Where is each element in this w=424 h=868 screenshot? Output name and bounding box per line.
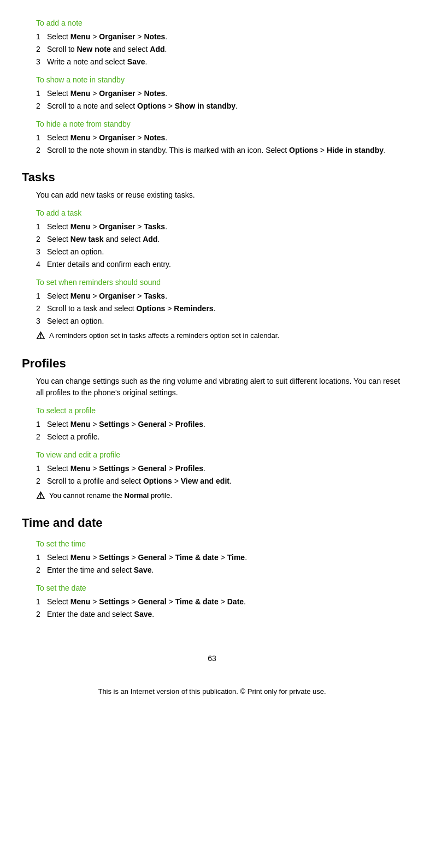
show-note-heading: To show a note in standby	[36, 74, 402, 86]
add-note-steps: 1Select Menu > Organiser > Notes. 2Scrol…	[36, 31, 402, 68]
page-number: 63	[22, 653, 402, 664]
step-item: 4Enter details and confirm each entry.	[36, 259, 402, 270]
hide-note-heading: To hide a note from standby	[36, 118, 402, 130]
step-item: 1Select Menu > Settings > General > Time…	[36, 596, 402, 608]
set-time-heading: To set the time	[36, 538, 402, 550]
add-note-heading: To add a note	[36, 17, 402, 29]
add-task-steps: 1Select Menu > Organiser > Tasks. 2Selec…	[36, 221, 402, 270]
time-date-section: Time and date To set the time 1Select Me…	[22, 514, 402, 620]
step-item: 1Select Menu > Organiser > Notes.	[36, 132, 402, 144]
set-time-steps: 1Select Menu > Settings > General > Time…	[36, 552, 402, 576]
hide-note-subsection: To hide a note from standby 1Select Menu…	[22, 118, 402, 156]
step-item: 3Select an option.	[36, 246, 402, 258]
step-item: 2Scroll to a task and select Options > R…	[36, 303, 402, 314]
step-item: 2Scroll to New note and select Add.	[36, 44, 402, 55]
profile-note-text: You cannot rename the Normal profile.	[49, 490, 172, 501]
step-item: 1Select Menu > Organiser > Tasks.	[36, 290, 402, 302]
step-item: 1Select Menu > Organiser > Notes.	[36, 31, 402, 43]
show-note-subsection: To show a note in standby 1Select Menu >…	[22, 74, 402, 112]
select-profile-heading: To select a profile	[36, 405, 402, 417]
step-item: 1Select Menu > Settings > General > Prof…	[36, 419, 402, 430]
step-item: 2Select a profile.	[36, 431, 402, 443]
step-item: 1Select Menu > Settings > General > Time…	[36, 552, 402, 563]
add-note-subsection: To add a note 1Select Menu > Organiser >…	[22, 17, 402, 68]
step-item: 1Select Menu > Settings > General > Prof…	[36, 463, 402, 474]
step-item: 2Scroll to a profile and select Options …	[36, 475, 402, 487]
tasks-intro: You can add new tasks or reuse existing …	[36, 189, 402, 201]
add-task-subsection: To add a task 1Select Menu > Organiser >…	[22, 207, 402, 270]
reminders-note: ⚠ A reminders option set in tasks affect…	[36, 330, 402, 342]
tasks-heading: Tasks	[22, 168, 402, 186]
view-edit-profile-subsection: To view and edit a profile 1Select Menu …	[22, 449, 402, 502]
set-reminders-subsection: To set when reminders should sound 1Sele…	[22, 277, 402, 342]
step-item: 1Select Menu > Organiser > Notes.	[36, 88, 402, 99]
add-task-heading: To add a task	[36, 207, 402, 219]
exclamation-icon: ⚠	[36, 490, 45, 502]
exclamation-icon: ⚠	[36, 330, 45, 342]
step-item: 1Select Menu > Organiser > Tasks.	[36, 221, 402, 233]
profiles-heading: Profiles	[22, 354, 402, 372]
step-item: 2Enter the date and select Save.	[36, 609, 402, 620]
profiles-intro: You can change settings such as the ring…	[36, 376, 402, 399]
reminders-note-text: A reminders option set in tasks affects …	[49, 330, 279, 341]
step-item: 2Enter the time and select Save.	[36, 564, 402, 576]
profile-note: ⚠ You cannot rename the Normal profile.	[36, 490, 402, 502]
show-note-steps: 1Select Menu > Organiser > Notes. 2Scrol…	[36, 88, 402, 112]
set-date-heading: To set the date	[36, 582, 402, 594]
step-item: 2Select New task and select Add.	[36, 234, 402, 245]
tasks-section: Tasks You can add new tasks or reuse exi…	[22, 168, 402, 342]
step-item: 2Scroll to the note shown in standby. Th…	[36, 145, 402, 156]
view-edit-profile-steps: 1Select Menu > Settings > General > Prof…	[36, 463, 402, 487]
set-date-subsection: To set the date 1Select Menu > Settings …	[22, 582, 402, 620]
set-time-subsection: To set the time 1Select Menu > Settings …	[22, 538, 402, 576]
select-profile-steps: 1Select Menu > Settings > General > Prof…	[36, 419, 402, 443]
view-edit-profile-heading: To view and edit a profile	[36, 449, 402, 461]
time-date-heading: Time and date	[22, 514, 402, 532]
step-item: 3Write a note and select Save.	[36, 56, 402, 68]
set-reminders-heading: To set when reminders should sound	[36, 277, 402, 288]
select-profile-subsection: To select a profile 1Select Menu > Setti…	[22, 405, 402, 443]
profiles-section: Profiles You can change settings such as…	[22, 354, 402, 502]
footer-text: This is an Internet version of this publ…	[22, 686, 402, 697]
step-item: 2Scroll to a note and select Options > S…	[36, 100, 402, 112]
set-reminders-steps: 1Select Menu > Organiser > Tasks. 2Scrol…	[36, 290, 402, 327]
step-item: 3Select an option.	[36, 316, 402, 327]
set-date-steps: 1Select Menu > Settings > General > Time…	[36, 596, 402, 620]
page-content: To add a note 1Select Menu > Organiser >…	[22, 17, 402, 697]
hide-note-steps: 1Select Menu > Organiser > Notes. 2Scrol…	[36, 132, 402, 156]
